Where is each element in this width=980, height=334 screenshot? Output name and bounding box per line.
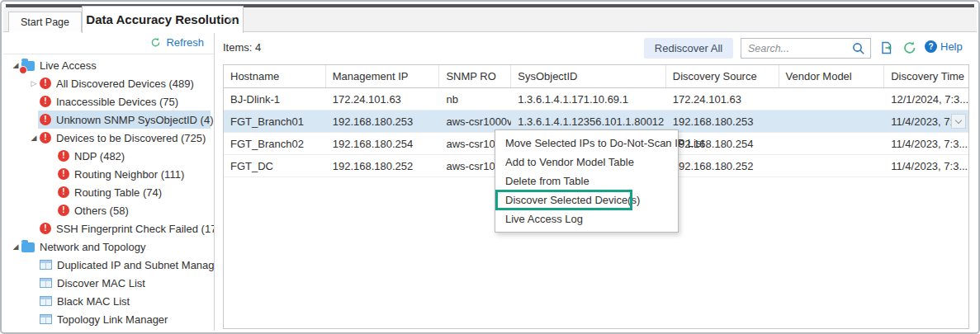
table-cell: 192.168.180.252 (666, 155, 779, 176)
expand-collapse-icon[interactable]: ◢ (28, 134, 40, 142)
sidebar: Refresh ◢Live Access▷All Discovered Devi… (3, 32, 215, 331)
expand-collapse-icon[interactable]: ◢ (10, 242, 21, 251)
alert-icon (40, 78, 51, 89)
tab-label: Data Accuracy Resolution (86, 12, 239, 26)
table-icon (40, 296, 52, 306)
tree-item[interactable]: Cloud Manager (30) (3, 328, 214, 331)
context-menu-item-label: Add to Vendor Model Table (505, 156, 634, 168)
app-window: Start Page Data Accuracy Resolution × Re… (0, 0, 980, 334)
rediscover-all-button[interactable]: Rediscover All (644, 38, 733, 59)
tree-item-label: Unknown SNMP SysObjectID (4) (56, 114, 214, 126)
table-cell (779, 155, 885, 176)
table-row[interactable]: BJ-Dlink-1172.24.101.63nb1.3.6.1.4.1.171… (224, 88, 968, 111)
table-cell: BJ-Dlink-1 (224, 88, 326, 110)
column-header[interactable]: Discovery Time (884, 65, 968, 87)
column-header[interactable]: Management IP (326, 65, 440, 87)
tree-item[interactable]: Others (58) (3, 201, 214, 219)
alert-icon (58, 186, 69, 198)
tree-item[interactable]: ▷All Discovered Devices (489) (3, 74, 214, 92)
tree-item-label: Topology Link Manager (57, 313, 168, 326)
main-panel: Items: 4 Rediscover All Help (215, 32, 977, 331)
refresh-button[interactable]: Refresh (150, 36, 204, 49)
context-menu-item[interactable]: Delete from Table (495, 172, 678, 191)
folder-icon (21, 242, 35, 252)
tree-item[interactable]: Inaccessible Devices (75) (3, 92, 214, 111)
tree-item-label: Black MAC List (57, 295, 130, 308)
tree-item-label: Routing Neighbor (111) (74, 168, 184, 181)
context-menu-item-label: Move Selected IPs to Do-Not-Scan IP List (505, 137, 704, 149)
tree-item[interactable]: Routing Table (74) (3, 183, 214, 201)
context-menu-item[interactable]: Discover Selected Device(s) (495, 191, 678, 209)
table-cell: 192.168.180.253 (666, 111, 779, 132)
help-button[interactable]: Help (925, 40, 963, 53)
refresh-table-icon[interactable] (902, 40, 917, 55)
table-icon (40, 314, 52, 324)
search-icon[interactable] (851, 41, 866, 56)
column-header[interactable]: SysObjectID (511, 65, 666, 87)
tree-item[interactable]: Discover MAC List (3, 274, 214, 292)
help-label: Help (940, 40, 963, 53)
table-cell (779, 111, 885, 132)
column-header[interactable]: Vendor Model (779, 65, 885, 87)
table-cell: 11/4/2023, 7:3... (884, 155, 968, 176)
tree-item-label: SSH Fingerprint Check Failed (171) (56, 223, 215, 235)
tree-item-label: NDP (482) (74, 150, 125, 162)
column-header[interactable]: Hostname (224, 65, 326, 87)
tree-item[interactable]: NDP (482) (3, 147, 214, 165)
folder-icon (21, 61, 35, 71)
table-cell: FGT_Branch02 (224, 133, 326, 154)
context-menu-item[interactable]: Add to Vendor Model Table (495, 153, 678, 172)
alert-icon (40, 132, 51, 143)
refresh-icon (150, 37, 161, 48)
alert-icon (58, 168, 69, 180)
tree-item-label: Discover MAC List (57, 277, 145, 289)
column-header[interactable]: SNMP RO (439, 65, 511, 87)
sidebar-refresh-row: Refresh (3, 32, 214, 54)
context-menu-item-label: Discover Selected Device(s) (505, 194, 640, 206)
tree-item-label: Network and Topology (40, 241, 145, 253)
tree-item[interactable]: Unknown SNMP SysObjectID (4) (3, 111, 214, 129)
tree-item-label: Duplicated IP and Subnet Manag... (57, 259, 215, 271)
tree-item[interactable]: ◢Network and Topology (3, 238, 214, 256)
tree-item-label: Others (58) (74, 205, 129, 217)
tree-item[interactable]: ◢Live Access (3, 56, 214, 74)
alert-icon (40, 96, 51, 107)
column-header[interactable]: Discovery Source (666, 65, 779, 87)
table-cell: 172.24.101.63 (326, 88, 440, 110)
tree-item-label: Live Access (40, 59, 97, 72)
tree-item-label: Inaccessible Devices (75) (56, 96, 178, 108)
close-icon[interactable]: × (227, 7, 234, 32)
tree-item-label: Devices to be Discovered (725) (56, 132, 206, 144)
export-icon[interactable] (879, 40, 894, 55)
context-menu-item[interactable]: Move Selected IPs to Do-Not-Scan IP List (495, 134, 678, 153)
table-cell: 1.3.6.1.4.1.171.10.69.1 (511, 88, 666, 110)
row-dropdown-button[interactable] (951, 114, 966, 129)
tree-item[interactable]: Duplicated IP and Subnet Manag... (3, 256, 214, 274)
table-header: HostnameManagement IPSNMP ROSysObjectIDD… (224, 65, 968, 88)
table-cell: 192.168.180.253 (326, 111, 440, 132)
tree-item[interactable]: Black MAC List (3, 292, 214, 310)
table-cell (779, 133, 885, 154)
tree-item[interactable]: ◢Devices to be Discovered (725) (3, 129, 214, 147)
tab-data-accuracy-resolution[interactable]: Data Accuracy Resolution × (82, 6, 244, 33)
table-cell: 11/4/2023, 7:3... (884, 133, 968, 154)
table-icon (40, 278, 52, 288)
alert-icon (40, 223, 51, 234)
search-input[interactable] (741, 43, 851, 54)
context-menu-item[interactable]: Live Access Log (495, 209, 678, 228)
context-menu: Move Selected IPs to Do-Not-Scan IP List… (495, 129, 679, 233)
tab-start-page[interactable]: Start Page (8, 12, 82, 32)
search-box (741, 38, 871, 59)
refresh-label: Refresh (166, 36, 204, 49)
alert-icon (58, 150, 69, 162)
help-icon (925, 40, 937, 53)
tree-item[interactable]: Routing Neighbor (111) (3, 165, 214, 183)
table-cell: FGT_Branch01 (224, 111, 326, 132)
tree-item[interactable]: Topology Link Manager (3, 310, 214, 328)
expand-collapse-icon[interactable]: ▷ (28, 79, 40, 87)
tree-item-label: Routing Table (74) (74, 186, 162, 199)
chevron-down-icon (955, 117, 962, 124)
table-cell: 12/1/2024, 7:3... (884, 88, 968, 110)
table-cell: 172.24.101.63 (666, 88, 779, 110)
tree-item[interactable]: SSH Fingerprint Check Failed (171) (3, 219, 214, 238)
